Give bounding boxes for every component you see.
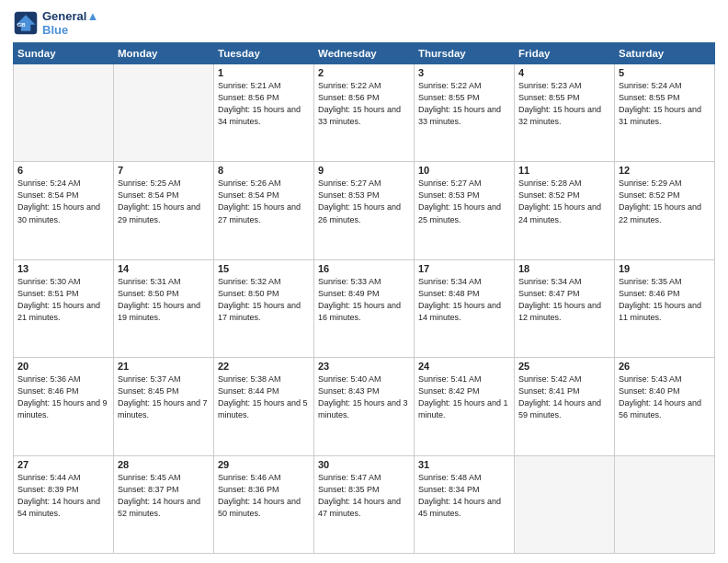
cell-info: Sunrise: 5:31 AMSunset: 8:50 PMDaylight:… — [118, 276, 210, 324]
day-number: 30 — [318, 459, 410, 470]
calendar-cell: 22Sunrise: 5:38 AMSunset: 8:44 PMDayligh… — [214, 358, 314, 455]
cell-info: Sunrise: 5:37 AMSunset: 8:45 PMDaylight:… — [118, 373, 210, 421]
calendar-cell: 29Sunrise: 5:46 AMSunset: 8:36 PMDayligh… — [214, 455, 314, 553]
logo-text: General▲ Blue — [42, 9, 98, 37]
col-header-tuesday: Tuesday — [214, 43, 314, 64]
calendar-cell — [515, 455, 615, 553]
calendar-cell: 4Sunrise: 5:23 AMSunset: 8:55 PMDaylight… — [515, 64, 615, 162]
day-number: 28 — [118, 459, 210, 470]
calendar-cell: 24Sunrise: 5:41 AMSunset: 8:42 PMDayligh… — [415, 358, 515, 455]
day-number: 6 — [17, 165, 109, 176]
cell-info: Sunrise: 5:28 AMSunset: 8:52 PMDaylight:… — [518, 178, 610, 225]
cell-info: Sunrise: 5:41 AMSunset: 8:42 PMDaylight:… — [418, 373, 510, 421]
calendar-cell: 8Sunrise: 5:26 AMSunset: 8:54 PMDaylight… — [214, 162, 314, 259]
day-number: 1 — [218, 67, 310, 78]
cell-info: Sunrise: 5:48 AMSunset: 8:34 PMDaylight:… — [418, 472, 510, 520]
cell-info: Sunrise: 5:36 AMSunset: 8:46 PMDaylight:… — [17, 373, 109, 421]
day-number: 9 — [318, 165, 410, 176]
cell-info: Sunrise: 5:40 AMSunset: 8:43 PMDaylight:… — [318, 373, 410, 421]
cell-info: Sunrise: 5:35 AMSunset: 8:46 PMDaylight:… — [619, 276, 711, 324]
cell-info: Sunrise: 5:22 AMSunset: 8:56 PMDaylight:… — [318, 80, 410, 128]
cell-info: Sunrise: 5:30 AMSunset: 8:51 PMDaylight:… — [17, 276, 109, 324]
day-number: 16 — [318, 263, 410, 274]
day-number: 19 — [619, 263, 711, 274]
day-number: 18 — [518, 263, 610, 274]
day-number: 12 — [619, 165, 711, 176]
day-number: 17 — [418, 263, 510, 274]
cell-info: Sunrise: 5:24 AMSunset: 8:55 PMDaylight:… — [619, 80, 711, 128]
day-number: 15 — [218, 263, 310, 274]
svg-text:GB: GB — [17, 21, 26, 28]
col-header-thursday: Thursday — [415, 43, 515, 64]
cell-info: Sunrise: 5:25 AMSunset: 8:54 PMDaylight:… — [118, 178, 210, 225]
col-header-saturday: Saturday — [615, 43, 715, 64]
day-number: 25 — [518, 361, 610, 372]
calendar-cell: 2Sunrise: 5:22 AMSunset: 8:56 PMDaylight… — [314, 64, 415, 162]
cell-info: Sunrise: 5:22 AMSunset: 8:55 PMDaylight:… — [418, 80, 510, 128]
day-number: 27 — [17, 459, 109, 470]
day-number: 5 — [619, 67, 711, 78]
day-number: 13 — [17, 263, 109, 274]
calendar-table: SundayMondayTuesdayWednesdayThursdayFrid… — [13, 42, 715, 554]
cell-info: Sunrise: 5:24 AMSunset: 8:54 PMDaylight:… — [17, 178, 109, 225]
cell-info: Sunrise: 5:38 AMSunset: 8:44 PMDaylight:… — [218, 373, 310, 421]
calendar-cell: 12Sunrise: 5:29 AMSunset: 8:52 PMDayligh… — [615, 162, 715, 259]
calendar-week-2: 13Sunrise: 5:30 AMSunset: 8:51 PMDayligh… — [14, 259, 715, 357]
cell-info: Sunrise: 5:27 AMSunset: 8:53 PMDaylight:… — [418, 178, 510, 225]
cell-info: Sunrise: 5:23 AMSunset: 8:55 PMDaylight:… — [518, 80, 610, 128]
calendar-week-3: 20Sunrise: 5:36 AMSunset: 8:46 PMDayligh… — [14, 358, 715, 455]
calendar-header-row: SundayMondayTuesdayWednesdayThursdayFrid… — [14, 43, 715, 64]
day-number: 29 — [218, 459, 310, 470]
cell-info: Sunrise: 5:44 AMSunset: 8:39 PMDaylight:… — [17, 472, 109, 520]
cell-info: Sunrise: 5:26 AMSunset: 8:54 PMDaylight:… — [218, 178, 310, 225]
logo-icon: GB — [13, 10, 39, 36]
day-number: 14 — [118, 263, 210, 274]
cell-info: Sunrise: 5:43 AMSunset: 8:40 PMDaylight:… — [619, 373, 711, 421]
day-number: 23 — [318, 361, 410, 372]
cell-info: Sunrise: 5:29 AMSunset: 8:52 PMDaylight:… — [619, 178, 711, 225]
page: GB General▲ Blue SundayMondayTuesdayWedn… — [0, 0, 728, 563]
cell-info: Sunrise: 5:34 AMSunset: 8:48 PMDaylight:… — [418, 276, 510, 324]
day-number: 11 — [518, 165, 610, 176]
day-number: 4 — [518, 67, 610, 78]
calendar-cell: 19Sunrise: 5:35 AMSunset: 8:46 PMDayligh… — [615, 259, 715, 357]
calendar-cell: 18Sunrise: 5:34 AMSunset: 8:47 PMDayligh… — [515, 259, 615, 357]
calendar-cell: 17Sunrise: 5:34 AMSunset: 8:48 PMDayligh… — [415, 259, 515, 357]
calendar-cell: 13Sunrise: 5:30 AMSunset: 8:51 PMDayligh… — [14, 259, 114, 357]
calendar-cell — [114, 64, 214, 162]
calendar-cell: 15Sunrise: 5:32 AMSunset: 8:50 PMDayligh… — [214, 259, 314, 357]
day-number: 22 — [218, 361, 310, 372]
calendar-cell: 27Sunrise: 5:44 AMSunset: 8:39 PMDayligh… — [14, 455, 114, 553]
calendar-cell: 14Sunrise: 5:31 AMSunset: 8:50 PMDayligh… — [114, 259, 214, 357]
cell-info: Sunrise: 5:33 AMSunset: 8:49 PMDaylight:… — [318, 276, 410, 324]
col-header-wednesday: Wednesday — [314, 43, 415, 64]
header: GB General▲ Blue — [13, 9, 715, 37]
day-number: 21 — [118, 361, 210, 372]
calendar-cell: 20Sunrise: 5:36 AMSunset: 8:46 PMDayligh… — [14, 358, 114, 455]
calendar-cell: 26Sunrise: 5:43 AMSunset: 8:40 PMDayligh… — [615, 358, 715, 455]
calendar-cell: 7Sunrise: 5:25 AMSunset: 8:54 PMDaylight… — [114, 162, 214, 259]
calendar-cell: 3Sunrise: 5:22 AMSunset: 8:55 PMDaylight… — [415, 64, 515, 162]
calendar-cell: 30Sunrise: 5:47 AMSunset: 8:35 PMDayligh… — [314, 455, 415, 553]
calendar-cell — [14, 64, 114, 162]
cell-info: Sunrise: 5:34 AMSunset: 8:47 PMDaylight:… — [518, 276, 610, 324]
day-number: 7 — [118, 165, 210, 176]
day-number: 8 — [218, 165, 310, 176]
day-number: 31 — [418, 459, 510, 470]
calendar-cell: 21Sunrise: 5:37 AMSunset: 8:45 PMDayligh… — [114, 358, 214, 455]
day-number: 3 — [418, 67, 510, 78]
col-header-monday: Monday — [114, 43, 214, 64]
calendar-cell: 1Sunrise: 5:21 AMSunset: 8:56 PMDaylight… — [214, 64, 314, 162]
cell-info: Sunrise: 5:45 AMSunset: 8:37 PMDaylight:… — [118, 472, 210, 520]
calendar-cell: 23Sunrise: 5:40 AMSunset: 8:43 PMDayligh… — [314, 358, 415, 455]
calendar-cell: 11Sunrise: 5:28 AMSunset: 8:52 PMDayligh… — [515, 162, 615, 259]
col-header-sunday: Sunday — [14, 43, 114, 64]
calendar-cell: 25Sunrise: 5:42 AMSunset: 8:41 PMDayligh… — [515, 358, 615, 455]
calendar-cell: 16Sunrise: 5:33 AMSunset: 8:49 PMDayligh… — [314, 259, 415, 357]
day-number: 2 — [318, 67, 410, 78]
calendar-cell — [615, 455, 715, 553]
calendar-week-1: 6Sunrise: 5:24 AMSunset: 8:54 PMDaylight… — [14, 162, 715, 259]
cell-info: Sunrise: 5:47 AMSunset: 8:35 PMDaylight:… — [318, 472, 410, 520]
calendar-cell: 28Sunrise: 5:45 AMSunset: 8:37 PMDayligh… — [114, 455, 214, 553]
day-number: 24 — [418, 361, 510, 372]
